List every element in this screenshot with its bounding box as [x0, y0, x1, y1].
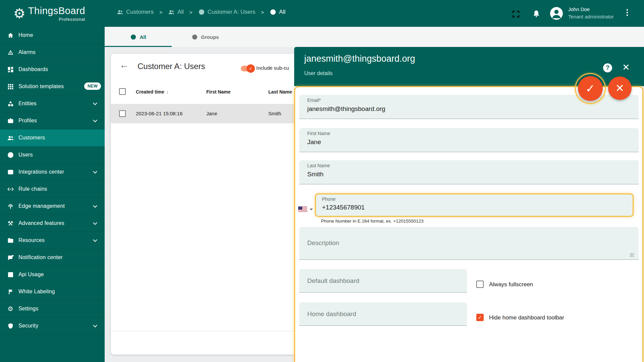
- sidebar-item-users[interactable]: Users: [0, 146, 105, 164]
- chevron-down-icon: [93, 323, 97, 327]
- grid-icon: [6, 82, 14, 90]
- close-icon: ✕: [615, 82, 625, 95]
- sidebar-item-integrations-center[interactable]: Integrations center: [0, 164, 105, 181]
- entity-tabs: All Groups: [105, 27, 644, 47]
- description-placeholder: Description: [307, 239, 339, 247]
- top-bar: ⚙ ThingsBoard Professional Customers > A…: [0, 0, 644, 27]
- cancel-button[interactable]: ✕: [608, 76, 632, 100]
- breadcrumb-separator: >: [190, 9, 193, 15]
- sidebar-item-solution-templates[interactable]: Solution templates NEW: [0, 78, 105, 95]
- email-value: janesmith@thingsboard.org: [307, 105, 385, 113]
- antenna-icon: [6, 202, 14, 210]
- first-name-field[interactable]: First Name Jane: [299, 128, 639, 152]
- breadcrumb-separator: >: [261, 9, 264, 15]
- cell-created-time: 2023-06-21 15:08:16: [136, 111, 182, 116]
- people-icon: [6, 134, 14, 142]
- include-sub-customers-toggle[interactable]: ✓: [241, 66, 254, 71]
- sidebar-item-resources[interactable]: Resources: [0, 232, 105, 249]
- chevron-down-icon: [93, 101, 97, 105]
- last-name-field[interactable]: Last Name Smith: [299, 160, 639, 184]
- back-arrow-icon[interactable]: ←: [119, 60, 129, 70]
- phone-country-selector[interactable]: [298, 205, 314, 214]
- column-header-first-name[interactable]: First Name: [206, 89, 230, 95]
- sidebar-item-api-usage[interactable]: Api Usage: [0, 266, 105, 283]
- account-icon: [6, 151, 14, 159]
- hide-toolbar-checkbox[interactable]: ✓: [476, 314, 484, 321]
- sidebar-item-customers[interactable]: Customers: [0, 129, 105, 146]
- row-checkbox[interactable]: [119, 110, 126, 117]
- user-name: John Doe: [568, 6, 590, 12]
- flag-icon: [6, 288, 14, 296]
- user-role: Tenant administrator: [568, 14, 614, 19]
- sidebar-item-alarms[interactable]: Alarms: [0, 44, 105, 61]
- home-dashboard-field[interactable]: Home dashboard: [299, 302, 467, 326]
- breadcrumb-all-users-current[interactable]: All: [270, 9, 285, 15]
- tab-all[interactable]: All: [105, 27, 172, 47]
- breadcrumb-all-customers[interactable]: All: [168, 9, 184, 15]
- sidebar-item-white-labeling[interactable]: White Labeling: [0, 283, 105, 300]
- breadcrumb-customers[interactable]: Customers: [117, 9, 154, 15]
- account-icon: [192, 34, 198, 40]
- sidebar-item-entities[interactable]: Entities: [0, 95, 105, 112]
- sort-desc-icon: ↓: [166, 89, 169, 95]
- tab-groups[interactable]: Groups: [172, 27, 239, 47]
- integration-icon: [6, 168, 14, 176]
- default-dashboard-field[interactable]: Default dashboard: [299, 269, 467, 293]
- sidebar-item-rule-chains[interactable]: Rule chains: [0, 181, 105, 198]
- column-header-last-name[interactable]: Last Name: [268, 89, 292, 95]
- phone-value: +12345678901: [322, 204, 365, 211]
- panel-subtitle: User details: [304, 70, 332, 76]
- active-tab-underline: [105, 46, 172, 47]
- avatar-person-icon: [550, 7, 563, 20]
- chart-icon: [6, 270, 14, 279]
- phone-helper-text: Phone Number in E.164 format, ex. +12015…: [321, 219, 424, 224]
- notification-icon: [6, 253, 14, 261]
- sidebar-item-dashboards[interactable]: Dashboards: [0, 61, 105, 78]
- save-button[interactable]: ✓: [578, 76, 603, 101]
- folder-icon: [6, 236, 14, 244]
- notifications-bell-icon[interactable]: [532, 9, 541, 18]
- toggle-label: Include sub-cu: [256, 65, 294, 71]
- fullscreen-icon[interactable]: [512, 10, 520, 18]
- user-details-form: Email* janesmith@thingsboard.org First N…: [294, 86, 643, 362]
- app-logo[interactable]: ⚙ ThingsBoard Professional: [13, 3, 85, 23]
- resize-grip-icon[interactable]: [630, 253, 634, 257]
- sidebar-item-edge-management[interactable]: Edge management: [0, 198, 105, 215]
- sidebar-item-profiles[interactable]: Profiles: [0, 112, 105, 129]
- last-name-value: Smith: [307, 171, 324, 178]
- close-icon[interactable]: ✕: [622, 62, 630, 72]
- description-textarea[interactable]: Description: [299, 227, 639, 260]
- sidebar-item-settings[interactable]: ⚙ Settings: [0, 300, 105, 317]
- last-name-label: Last Name: [307, 163, 330, 168]
- sidebar-item-advanced-features[interactable]: ⚒ Advanced features: [0, 215, 105, 232]
- alarm-warning-icon: [6, 48, 14, 56]
- help-icon[interactable]: ?: [603, 63, 612, 72]
- column-header-created-time[interactable]: Created time↓: [136, 89, 169, 95]
- shield-icon: [6, 322, 14, 330]
- cell-first-name: Jane: [206, 111, 217, 116]
- always-fullscreen-checkbox[interactable]: [476, 281, 484, 288]
- people-icon: [117, 9, 123, 15]
- breadcrumb-customer-a-users[interactable]: Customer A: Users: [198, 9, 256, 15]
- people-icon: [168, 9, 175, 15]
- us-flag-icon: [298, 206, 307, 213]
- account-icon: [198, 9, 205, 15]
- cell-last-name: Smith: [268, 111, 281, 116]
- kebab-menu-icon[interactable]: [625, 9, 630, 18]
- dashboards-icon: [6, 65, 14, 73]
- chevron-down-icon: [93, 221, 97, 225]
- breadcrumb-separator: >: [159, 9, 162, 15]
- select-all-checkbox[interactable]: [119, 88, 126, 95]
- thingsboard-gear-logo-icon: ⚙: [13, 3, 25, 23]
- gear-icon: ⚙: [6, 305, 14, 313]
- first-name-value: Jane: [307, 138, 321, 146]
- sidebar-item-notification-center[interactable]: Notification center: [0, 249, 105, 266]
- sidebar-item-home[interactable]: Home: [0, 27, 105, 44]
- user-avatar[interactable]: [550, 7, 563, 20]
- account-icon: [130, 34, 137, 40]
- sidebar-item-security[interactable]: Security: [0, 317, 105, 335]
- chevron-down-icon: [93, 203, 97, 208]
- phone-field[interactable]: Phone +12345678901: [315, 193, 634, 217]
- default-dashboard-placeholder: Default dashboard: [307, 277, 359, 285]
- check-icon: ✓: [586, 82, 595, 95]
